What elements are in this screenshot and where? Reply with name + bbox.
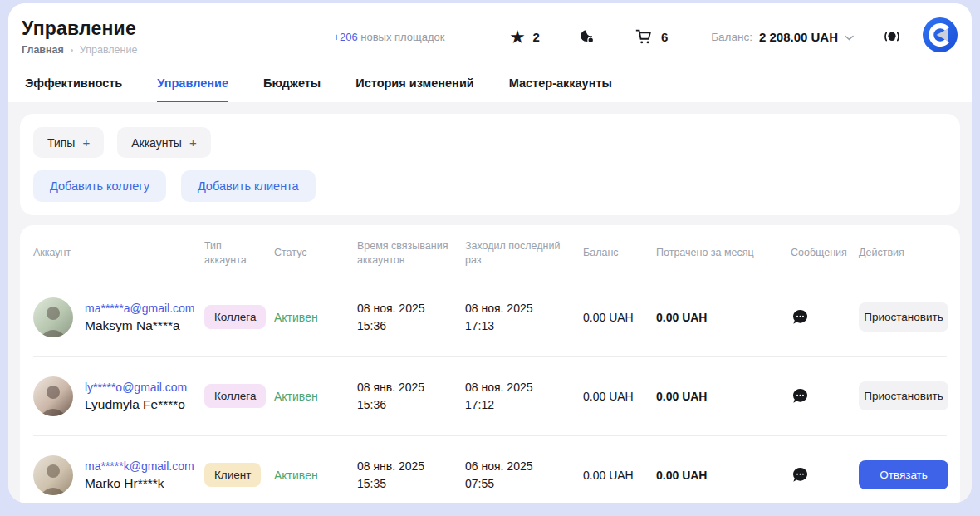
last-seen-date: 08 ноя. 2025 — [465, 379, 583, 396]
add-buttons-row: Добавить коллегу Добавить клиента — [33, 170, 947, 202]
filter-chip-accounts-label: Аккаунты — [131, 136, 182, 150]
plus-icon: + — [189, 135, 197, 150]
last-seen-time: 17:12 — [465, 396, 583, 413]
tab-budgets[interactable]: Бюджеты — [263, 76, 321, 102]
chat-bubble-icon — [791, 307, 810, 327]
table-header-row: Аккаунт Тип аккаунта Статус Время связыв… — [33, 225, 947, 278]
new-sites-counter[interactable]: +206 новых площадок — [333, 31, 444, 43]
balance-cell: 0.00 UAH — [583, 469, 656, 482]
avatar — [33, 376, 73, 416]
table-row: ma*****a@gmail.com Maksym Na****a Коллег… — [33, 278, 947, 356]
tab-effectiveness[interactable]: Эффективность — [25, 76, 122, 102]
account-type-badge: Коллега — [204, 305, 266, 329]
messages-button[interactable] — [791, 465, 810, 484]
messages-button[interactable] — [791, 307, 810, 327]
col-header-status: Статус — [274, 246, 357, 260]
account-identity: ly*****o@gmail.com Lyudmyla Fe****o — [85, 381, 187, 412]
header-stats: ★ 2 — [510, 27, 668, 46]
status-badge: Активен — [274, 469, 357, 482]
favorites-count: 2 — [533, 30, 540, 44]
link-date: 08 янв. 2025 — [357, 379, 465, 396]
unlink-button[interactable]: Отвязать — [859, 460, 948, 489]
suspend-button[interactable]: Приостановить — [859, 302, 948, 332]
favorites-stat[interactable]: ★ 2 — [510, 29, 539, 45]
avatar — [33, 455, 73, 495]
cart-stat[interactable]: 6 — [635, 27, 668, 46]
last-seen-time: 17:13 — [465, 317, 583, 334]
filter-panel: Типы + Аккаунты + Добавить коллегу Добав… — [20, 114, 960, 215]
suspend-button[interactable]: Приостановить — [859, 381, 948, 410]
header: Управление Главная Управление +206 новых… — [8, 3, 972, 102]
account-cell: ma*****k@gmail.com Marko Hr****k — [33, 455, 204, 495]
account-identity: ma*****k@gmail.com Marko Hr****k — [85, 459, 194, 491]
col-header-balance: Баланс — [583, 246, 656, 260]
account-name: Marko Hr****k — [85, 476, 194, 491]
last-seen-cell: 08 ноя. 2025 17:12 — [465, 379, 583, 413]
link-date: 08 ноя. 2025 — [357, 300, 465, 317]
add-colleague-button[interactable]: Добавить коллегу — [33, 170, 166, 202]
messages-button[interactable] — [791, 386, 810, 405]
tab-management[interactable]: Управление — [157, 76, 228, 102]
header-divider — [478, 26, 478, 47]
chevron-down-icon — [845, 29, 854, 44]
avatar — [33, 297, 73, 337]
title-block: Управление Главная Управление — [22, 17, 196, 56]
link-time-cell: 08 ноя. 2025 15:36 — [357, 300, 465, 334]
col-header-actions: Действия — [859, 246, 947, 260]
tab-bar: Эффективность Управление Бюджеты История… — [22, 76, 958, 102]
balance-dropdown[interactable]: Баланс: 2 208.00 UAH — [711, 29, 854, 44]
status-badge: Активен — [274, 311, 357, 324]
breadcrumb-separator — [71, 49, 73, 52]
link-time-cell: 08 янв. 2025 15:35 — [357, 458, 465, 492]
account-cell: ly*****o@gmail.com Lyudmyla Fe****o — [33, 376, 204, 416]
spent-cell: 0.00 UAH — [656, 390, 791, 403]
balance-cell: 0.00 UAH — [583, 390, 656, 403]
link-date: 08 янв. 2025 — [357, 458, 465, 474]
add-client-button[interactable]: Добавить клиента — [181, 170, 316, 202]
cloud-stat[interactable] — [578, 27, 596, 46]
table-row: ma*****k@gmail.com Marko Hr****k Клиент … — [33, 435, 947, 503]
filter-chip-types[interactable]: Типы + — [33, 127, 104, 158]
balance-label: Баланс: — [711, 31, 752, 43]
main-window: Управление Главная Управление +206 новых… — [8, 3, 972, 503]
new-sites-label: новых площадок — [360, 31, 444, 43]
account-email-link[interactable]: ma*****k@gmail.com — [85, 459, 194, 473]
filter-chip-accounts[interactable]: Аккаунты + — [117, 127, 211, 158]
account-email-link[interactable]: ma*****a@gmail.com — [85, 302, 194, 315]
account-type-badge: Клиент — [204, 463, 261, 487]
col-header-spent: Потрачено за месяц — [656, 246, 791, 260]
col-header-link-time: Время связывания аккаунтов — [357, 239, 465, 268]
cart-count: 6 — [661, 30, 668, 44]
last-seen-date: 08 ноя. 2025 — [465, 300, 583, 317]
account-email-link[interactable]: ly*****o@gmail.com — [85, 381, 187, 394]
balance-value: 2 208.00 UAH — [759, 30, 838, 44]
chat-bubble-icon — [791, 386, 810, 405]
account-name: Maksym Na****a — [85, 318, 194, 333]
last-seen-date: 06 ноя. 2025 — [465, 458, 583, 474]
new-sites-count: +206 — [333, 31, 357, 43]
table-row: ly*****o@gmail.com Lyudmyla Fe****o Колл… — [33, 356, 947, 435]
tab-history[interactable]: История изменений — [355, 76, 473, 102]
notification-bell-icon[interactable] — [882, 27, 902, 47]
col-header-account: Аккаунт — [33, 246, 204, 260]
link-time: 15:35 — [357, 475, 465, 492]
breadcrumb-home[interactable]: Главная — [22, 44, 64, 56]
last-seen-time: 07:55 — [465, 475, 583, 492]
star-icon: ★ — [510, 29, 524, 45]
cart-icon — [635, 27, 653, 46]
logo[interactable] — [922, 17, 958, 57]
chat-bubble-icon — [791, 465, 810, 484]
last-seen-cell: 08 ноя. 2025 17:13 — [465, 300, 583, 334]
account-cell: ma*****a@gmail.com Maksym Na****a — [33, 297, 204, 337]
filter-chips: Типы + Аккаунты + — [33, 127, 947, 158]
header-top-row: Управление Главная Управление +206 новых… — [22, 17, 958, 57]
col-header-last-seen: Заходил последний раз — [465, 239, 583, 268]
col-header-account-type: Тип аккаунта — [204, 239, 274, 268]
last-seen-cell: 06 ноя. 2025 07:55 — [465, 458, 583, 492]
tab-master-accounts[interactable]: Мастер-аккаунты — [509, 76, 612, 102]
spent-cell: 0.00 UAH — [656, 469, 791, 482]
link-time-cell: 08 янв. 2025 15:36 — [357, 379, 465, 413]
plus-icon: + — [82, 135, 90, 150]
page-title: Управление — [22, 17, 196, 40]
accounts-table: Аккаунт Тип аккаунта Статус Время связыв… — [20, 225, 960, 503]
